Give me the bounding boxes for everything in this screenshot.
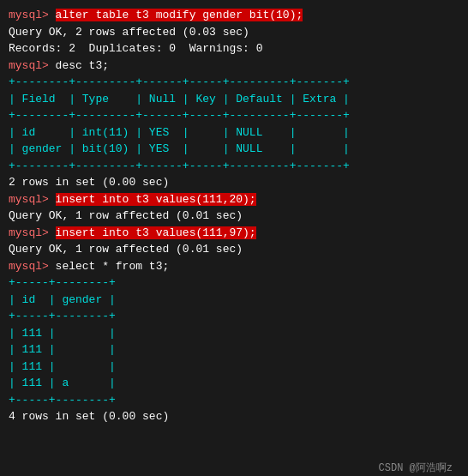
prompt: mysql> — [9, 59, 56, 72]
prompt: mysql> — [9, 193, 56, 206]
command-text: desc t3; — [56, 59, 109, 72]
terminal-line: mysql> alter table t3 modify gender bit(… — [9, 7, 459, 24]
terminal-line: +-----+--------+ — [9, 274, 459, 292]
terminal-line: Query OK, 1 row affected (0.01 sec) — [9, 208, 459, 225]
terminal-line: mysql> insert into t3 values(111,20); — [9, 191, 459, 208]
prompt: mysql> — [9, 260, 56, 273]
terminal-line: | 111 | | — [9, 359, 459, 376]
terminal-line: +--------+---------+------+-----+-------… — [9, 74, 459, 91]
command-text: insert into t3 values(111,97); — [56, 226, 256, 239]
terminal-line: mysql> desc t3; — [9, 57, 459, 75]
command-text: alter table t3 modify gender bit(10); — [56, 9, 303, 21]
terminal-line: +-----+--------+ — [9, 392, 459, 409]
terminal-line: Query OK, 1 row affected (0.01 sec) — [9, 241, 459, 258]
terminal-line: +-----+--------+ — [9, 308, 459, 325]
terminal-line: Query OK, 2 rows affected (0.03 sec) — [9, 24, 459, 41]
terminal-line: | gender | bit(10) | YES | | NULL | | — [9, 141, 459, 158]
terminal-line: 4 rows in set (0.00 sec) — [9, 408, 459, 425]
terminal-line: | id | int(11) | YES | | NULL | | — [9, 124, 459, 142]
terminal-line: | 111 | | — [9, 325, 459, 342]
command-text: insert into t3 values(111,20); — [56, 193, 256, 206]
prompt: mysql> — [9, 226, 56, 239]
terminal-line: mysql> insert into t3 values(111,97); — [9, 225, 459, 242]
terminal-line: +--------+---------+------+-----+-------… — [9, 107, 459, 124]
prompt: mysql> — [9, 9, 56, 21]
watermark: CSDN @阿浩啊z — [379, 461, 453, 476]
terminal-line: | id | gender | — [9, 292, 459, 309]
terminal-line: +--------+---------+------+-----+-------… — [9, 158, 459, 175]
terminal-line: Records: 2 Duplicates: 0 Warnings: 0 — [9, 40, 459, 57]
terminal-line: | 111 | a | — [9, 375, 459, 392]
terminal-line: mysql> select * from t3; — [9, 258, 459, 275]
command-text: select * from t3; — [56, 260, 170, 273]
terminal-line: | 111 | | — [9, 341, 459, 359]
terminal-line: 2 rows in set (0.00 sec) — [9, 174, 459, 191]
terminal: mysql> alter table t3 modify gender bit(… — [9, 7, 459, 476]
terminal-line: | Field | Type | Null | Key | Default | … — [9, 91, 459, 108]
